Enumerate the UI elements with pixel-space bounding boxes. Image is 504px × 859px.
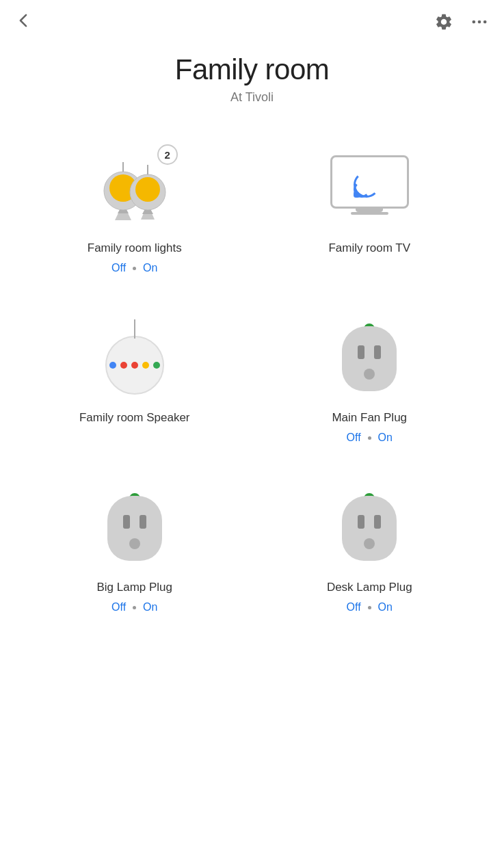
plug-prong-right-3 bbox=[374, 515, 381, 529]
room-subtitle: At Tivoli bbox=[14, 90, 490, 105]
desk-lamp-plug-device-name: Desk Lamp Plug bbox=[327, 581, 412, 594]
speaker-dot-blue bbox=[109, 362, 116, 369]
device-card-main-fan-plug[interactable]: Main Fan Plug Off On bbox=[256, 302, 484, 458]
desk-lamp-plug-icon bbox=[339, 492, 400, 561]
device-card-desk-lamp-plug[interactable]: Desk Lamp Plug Off On bbox=[256, 471, 484, 627]
plug-screw-3 bbox=[364, 538, 375, 549]
main-fan-plug-icon-wrap bbox=[325, 313, 414, 401]
back-button[interactable] bbox=[14, 11, 36, 33]
room-title: Family room bbox=[14, 53, 490, 86]
header-left bbox=[14, 11, 36, 33]
plug-screw bbox=[364, 369, 375, 380]
device-card-family-room-lights[interactable]: 2 Family room lights Off On bbox=[21, 132, 249, 288]
desk-lamp-plug-icon-wrap bbox=[325, 482, 414, 571]
plug-body-2 bbox=[107, 496, 162, 561]
speaker-device-name: Family room Speaker bbox=[79, 411, 190, 425]
desk-lamp-plug-separator bbox=[368, 606, 371, 609]
plug-prong-left-2 bbox=[123, 515, 130, 529]
main-fan-plug-on-button[interactable]: On bbox=[378, 432, 393, 444]
desk-lamp-plug-off-button[interactable]: Off bbox=[347, 601, 361, 613]
big-lamp-plug-icon-wrap bbox=[90, 482, 179, 571]
svg-point-11 bbox=[135, 177, 160, 202]
lights-icon-wrap: 2 bbox=[90, 143, 179, 232]
plug-prongs-2 bbox=[123, 515, 146, 529]
main-fan-plug-separator bbox=[368, 436, 371, 440]
big-lamp-plug-off-button[interactable]: Off bbox=[111, 601, 126, 613]
desk-lamp-plug-on-button[interactable]: On bbox=[378, 601, 393, 613]
device-card-big-lamp-plug[interactable]: Big Lamp Plug Off On bbox=[21, 471, 249, 627]
lights-off-button[interactable]: Off bbox=[111, 262, 126, 274]
desk-lamp-plug-controls: Off On bbox=[347, 601, 393, 613]
plug-prong-left bbox=[358, 345, 364, 359]
lights-controls: Off On bbox=[111, 262, 157, 274]
plug-screw-2 bbox=[129, 538, 140, 549]
speaker-dot-green bbox=[153, 362, 160, 369]
plug-prong-left-3 bbox=[358, 515, 364, 529]
more-options-icon[interactable] bbox=[468, 11, 490, 33]
lights-on-button[interactable]: On bbox=[143, 262, 157, 274]
speaker-dot-red2 bbox=[131, 362, 138, 369]
speaker-wire bbox=[134, 319, 135, 339]
main-fan-plug-device-name: Main Fan Plug bbox=[332, 411, 407, 425]
tv-stand bbox=[356, 209, 383, 212]
tv-device-name: Family room TV bbox=[328, 241, 410, 255]
device-card-family-room-tv[interactable]: Family room TV bbox=[256, 132, 484, 288]
speaker-dot-yellow bbox=[142, 362, 149, 369]
big-lamp-plug-controls: Off On bbox=[111, 601, 157, 613]
lights-separator bbox=[133, 267, 136, 270]
main-fan-plug-controls: Off On bbox=[347, 432, 393, 444]
speaker-body bbox=[105, 336, 164, 395]
device-grid: 2 Family room lights Off On bbox=[0, 118, 504, 641]
plug-prong-right-2 bbox=[140, 515, 146, 529]
plug-prong-right bbox=[374, 345, 381, 359]
svg-point-2 bbox=[483, 21, 487, 24]
plug-prongs-3 bbox=[358, 515, 381, 529]
main-fan-plug-icon bbox=[339, 323, 400, 391]
big-lamp-plug-icon bbox=[104, 492, 165, 561]
tv-screen bbox=[330, 155, 409, 209]
tv-base bbox=[351, 212, 388, 215]
big-lamp-plug-on-button[interactable]: On bbox=[143, 601, 157, 613]
cast-arcs bbox=[351, 163, 388, 200]
header bbox=[0, 0, 504, 33]
tv-icon-wrap bbox=[325, 143, 414, 232]
cast-arc-3 bbox=[354, 172, 380, 198]
header-right bbox=[433, 11, 490, 33]
svg-point-1 bbox=[478, 21, 481, 24]
speaker-dot-red bbox=[120, 362, 127, 369]
plug-body-3 bbox=[342, 496, 397, 561]
lights-device-name: Family room lights bbox=[88, 241, 182, 255]
speaker-icon bbox=[104, 319, 165, 395]
big-lamp-plug-device-name: Big Lamp Plug bbox=[96, 581, 172, 594]
device-card-family-room-speaker[interactable]: Family room Speaker bbox=[21, 302, 249, 458]
svg-point-0 bbox=[473, 21, 476, 24]
big-lamp-plug-separator bbox=[133, 606, 136, 609]
speaker-icon-wrap bbox=[90, 313, 179, 401]
plug-prongs bbox=[358, 345, 381, 359]
settings-icon[interactable] bbox=[433, 11, 455, 33]
title-section: Family room At Tivoli bbox=[0, 33, 504, 118]
main-fan-plug-off-button[interactable]: Off bbox=[347, 432, 361, 444]
lights-badge: 2 bbox=[157, 144, 178, 165]
plug-body bbox=[342, 326, 397, 391]
tv-icon bbox=[328, 155, 410, 220]
